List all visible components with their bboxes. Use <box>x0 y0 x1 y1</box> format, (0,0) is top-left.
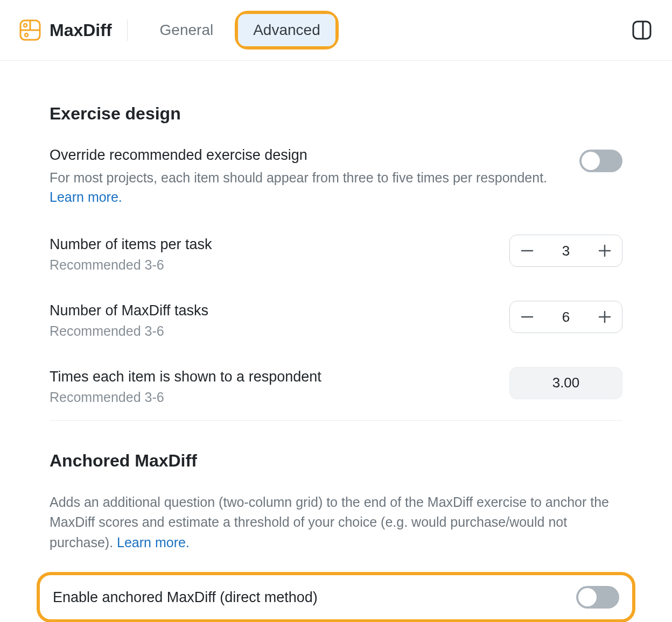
override-toggle[interactable] <box>579 150 622 172</box>
section-divider <box>50 420 622 421</box>
num-tasks-hint: Recommended 3-6 <box>50 323 488 339</box>
num-tasks-label: Number of MaxDiff tasks <box>50 301 488 321</box>
items-per-task-label: Number of items per task <box>50 235 488 255</box>
override-desc: For most projects, each item should appe… <box>50 168 558 207</box>
enable-anchored-toggle[interactable] <box>576 586 619 609</box>
svg-point-4 <box>25 33 28 37</box>
section-title-anchored: Anchored MaxDiff <box>50 451 622 471</box>
items-per-task-stepper: 3 <box>509 235 622 267</box>
num-tasks-stepper: 6 <box>509 301 622 333</box>
times-shown-hint: Recommended 3-6 <box>50 390 488 405</box>
plus-icon <box>598 244 612 258</box>
num-tasks-decrement[interactable] <box>510 301 544 333</box>
items-per-task-hint: Recommended 3-6 <box>50 257 488 273</box>
anchored-learn-more-link[interactable]: Learn more. <box>117 535 190 550</box>
enable-anchored-label: Enable anchored MaxDiff (direct method) <box>53 589 318 606</box>
num-tasks-increment[interactable] <box>587 301 622 333</box>
items-per-task-increment[interactable] <box>587 235 622 266</box>
num-tasks-value[interactable]: 6 <box>544 309 587 326</box>
override-label: Override recommended exercise design <box>50 145 558 166</box>
times-shown-label: Times each item is shown to a respondent <box>50 367 488 387</box>
override-learn-more-link[interactable]: Learn more. <box>50 189 122 204</box>
override-desc-text: For most projects, each item should appe… <box>50 170 547 185</box>
tab-advanced-label: Advanced <box>238 14 335 46</box>
tab-advanced[interactable]: Advanced <box>235 11 339 50</box>
plus-icon <box>598 310 612 324</box>
svg-point-3 <box>24 24 27 27</box>
section-title-exercise-design: Exercise design <box>50 104 622 124</box>
svg-rect-5 <box>633 22 650 39</box>
enable-anchored-row: Enable anchored MaxDiff (direct method) <box>37 572 635 622</box>
items-per-task-decrement[interactable] <box>510 235 544 266</box>
items-per-task-value[interactable]: 3 <box>544 243 587 259</box>
tab-general[interactable]: General <box>145 14 229 46</box>
times-shown-value: 3.00 <box>509 367 622 399</box>
panel-toggle-icon[interactable] <box>631 19 653 41</box>
app-title: MaxDiff <box>50 20 112 40</box>
maxdiff-icon <box>19 19 41 41</box>
minus-icon <box>520 310 534 324</box>
header-divider <box>127 19 128 41</box>
anchored-desc: Adds an additional question (two-column … <box>50 492 622 553</box>
minus-icon <box>520 244 534 258</box>
